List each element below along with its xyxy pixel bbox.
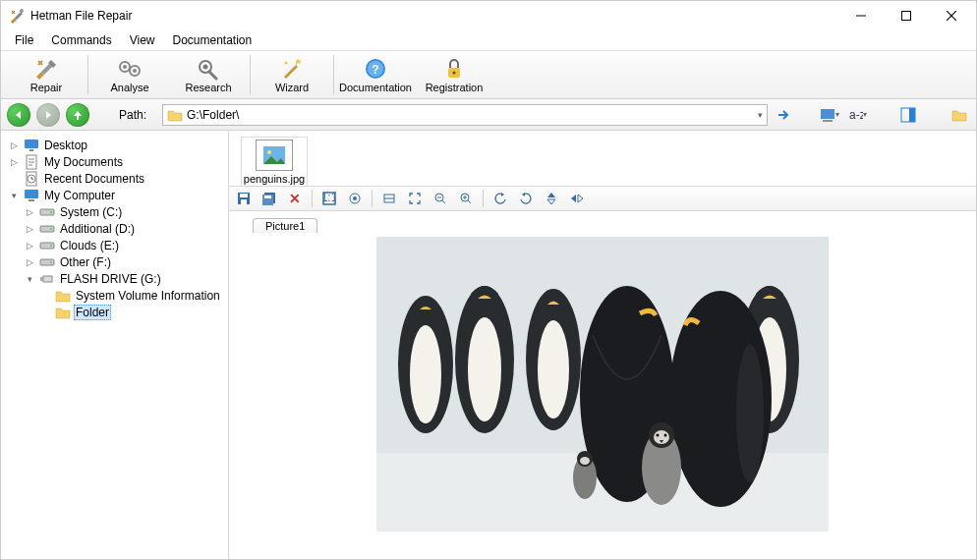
expand-icon[interactable]: ▷ [23, 255, 36, 269]
menu-view[interactable]: View [122, 31, 163, 49]
rotate-right-button[interactable] [515, 188, 537, 209]
svg-point-8 [133, 69, 137, 73]
thumbnail-area[interactable]: penguins.jpg [229, 131, 976, 186]
maximize-button[interactable] [884, 1, 929, 30]
lock-icon [440, 57, 468, 81]
preview-toggle-button[interactable] [897, 104, 919, 126]
svg-rect-17 [821, 109, 834, 119]
repair-label: Repair [30, 82, 62, 93]
svg-point-33 [50, 245, 52, 247]
expand-icon[interactable]: ▷ [7, 155, 21, 169]
tree-my-computer[interactable]: ▾ My Computer [5, 187, 224, 203]
view-mode-button[interactable]: ▾ [819, 104, 840, 126]
file-name: penguins.jpg [244, 173, 305, 185]
svg-point-49 [353, 196, 357, 200]
minimize-button[interactable] [838, 1, 884, 30]
svg-point-69 [657, 434, 660, 437]
analyse-label: Analyse [110, 82, 148, 93]
save-all-button[interactable] [259, 188, 280, 209]
fit-width-button[interactable] [378, 188, 400, 209]
up-button[interactable] [66, 103, 89, 127]
documentation-button[interactable]: ? Documentation [336, 52, 415, 97]
registration-button[interactable]: Registration [415, 52, 493, 97]
tree-my-documents[interactable]: ▷ My Documents [5, 153, 224, 170]
flip-horizontal-button[interactable] [566, 188, 588, 209]
drive-icon [39, 238, 55, 253]
expand-icon[interactable]: ▷ [23, 205, 36, 219]
svg-rect-26 [25, 190, 38, 198]
path-input[interactable] [187, 106, 758, 124]
svg-point-29 [50, 211, 52, 213]
usb-icon [39, 271, 55, 287]
registration-label: Registration [426, 82, 484, 93]
menu-commands[interactable]: Commands [43, 31, 119, 49]
tree-other-f[interactable]: ▷ Other (F:) [5, 253, 224, 270]
wizard-button[interactable]: Wizard [253, 52, 331, 97]
save-button[interactable] [233, 188, 255, 209]
drive-icon [39, 254, 55, 270]
go-button[interactable] [774, 104, 795, 126]
svg-text:1:1: 1:1 [322, 192, 336, 204]
image-file-icon [256, 140, 293, 171]
tree-clouds-e[interactable]: ▷ Clouds (E:) [5, 237, 224, 253]
close-button[interactable] [929, 1, 974, 30]
chevron-down-icon[interactable]: ▾ [758, 110, 763, 120]
fullscreen-button[interactable] [404, 188, 426, 209]
svg-point-58 [468, 317, 501, 421]
svg-rect-21 [25, 140, 38, 148]
svg-text:?: ? [372, 63, 378, 77]
analyse-button[interactable]: Analyse [90, 52, 169, 97]
folder-tree[interactable]: ▷ Desktop ▷ My Documents Recent Document… [1, 131, 229, 559]
tree-flash-drive-g[interactable]: ▾ FLASH DRIVE (G:) [5, 270, 224, 287]
expand-icon[interactable]: ▷ [23, 222, 36, 236]
repair-icon [32, 57, 60, 81]
svg-rect-27 [29, 199, 34, 201]
fit-button[interactable] [344, 188, 366, 209]
tree-additional-d[interactable]: ▷ Additional (D:) [5, 220, 224, 237]
folder-icon [55, 288, 71, 304]
svg-point-6 [123, 65, 127, 69]
back-button[interactable] [7, 103, 30, 127]
zoom-out-button[interactable] [430, 188, 451, 209]
forward-button[interactable] [36, 103, 60, 127]
rotate-left-button[interactable] [489, 188, 511, 209]
folder-icon [55, 305, 71, 320]
tree-recent-documents[interactable]: Recent Documents [5, 170, 224, 187]
flip-vertical-button[interactable] [541, 188, 562, 209]
expand-icon[interactable]: ▷ [23, 239, 36, 252]
folder-options-button[interactable] [948, 104, 970, 126]
menu-documentation[interactable]: Documentation [165, 31, 260, 49]
tree-system-volume-information[interactable]: System Volume Information [5, 287, 224, 304]
tab-picture1[interactable]: Picture1 [253, 218, 317, 233]
delete-button[interactable]: ✕ [284, 188, 306, 209]
svg-text:a-z: a-z [849, 108, 863, 122]
tree-label: Recent Documents [42, 172, 146, 186]
tree-folder[interactable]: Folder [5, 304, 224, 320]
menu-file[interactable]: File [7, 31, 41, 49]
svg-point-16 [453, 71, 456, 74]
separator [312, 190, 313, 207]
toolbar-separator [250, 55, 251, 94]
viewer-tabs: Picture1 [229, 211, 976, 233]
svg-point-56 [410, 325, 441, 423]
image-preview [229, 233, 976, 559]
file-thumbnail[interactable]: penguins.jpg [241, 137, 308, 188]
svg-point-70 [664, 434, 667, 437]
tree-desktop[interactable]: ▷ Desktop [5, 137, 224, 153]
collapse-icon[interactable]: ▾ [7, 189, 21, 202]
collapse-icon[interactable]: ▾ [23, 272, 36, 286]
drive-icon [39, 221, 55, 237]
expand-icon[interactable]: ▷ [7, 139, 21, 152]
wizard-icon [278, 57, 306, 81]
research-button[interactable]: Research [169, 52, 248, 97]
tree-system-c[interactable]: ▷ System (C:) [5, 203, 224, 220]
repair-button[interactable]: Repair [7, 52, 86, 97]
tree-label: FLASH DRIVE (G:) [58, 272, 163, 286]
zoom-in-button[interactable] [455, 188, 477, 209]
path-field[interactable]: ▾ [162, 104, 768, 126]
sort-button[interactable]: a-z▾ [846, 104, 868, 126]
separator [483, 190, 484, 207]
research-label: Research [185, 82, 231, 93]
document-icon [24, 154, 39, 170]
actual-size-button[interactable]: 1:1 [318, 188, 340, 209]
